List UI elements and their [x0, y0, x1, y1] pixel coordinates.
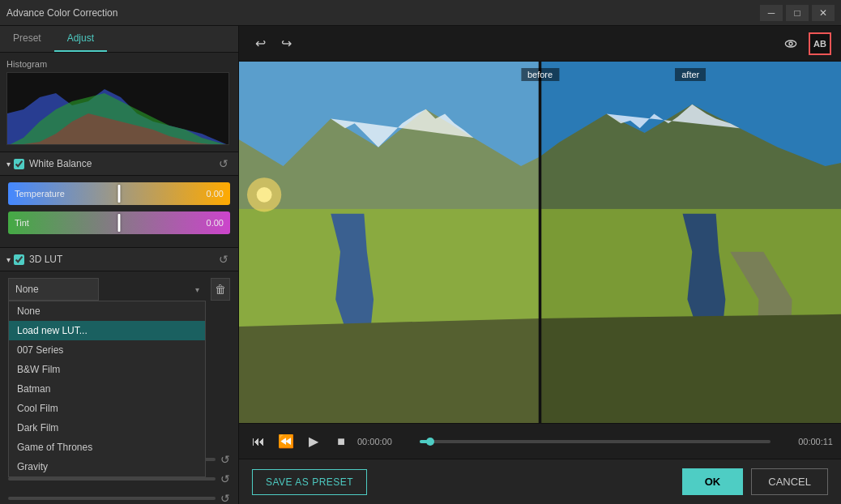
- temperature-thumb[interactable]: [118, 185, 121, 203]
- histogram-label: Histogram: [6, 59, 232, 69]
- menu-item-load[interactable]: Load new LUT...: [9, 321, 205, 340]
- action-bar: SAVE AS PRESET OK CANCEL: [239, 459, 841, 504]
- histogram-chart: [7, 73, 229, 145]
- svg-point-3: [785, 41, 796, 47]
- after-label: after: [675, 68, 706, 81]
- lut-header: ▾ 3D LUT ↺: [0, 247, 238, 271]
- menu-item-007[interactable]: 007 Series: [9, 340, 205, 360]
- white-balance-reset-icon[interactable]: ↺: [216, 157, 232, 170]
- white-balance-header: ▾ White Balance ↺: [0, 152, 238, 176]
- preview-toolbar: ↩ ↪ AB: [239, 26, 841, 62]
- white-balance-chevron[interactable]: ▾: [6, 160, 11, 169]
- tabs: Preset Adjust: [0, 26, 238, 53]
- action-buttons-group: OK CANCEL: [682, 468, 828, 495]
- menu-item-got[interactable]: Game of Thrones: [9, 438, 205, 457]
- slider-container: Temperature 0.00 Tint 0.00: [0, 176, 238, 247]
- skip-back-button[interactable]: ⏮: [247, 430, 270, 453]
- app-title: Advance Color Correction: [6, 7, 760, 19]
- extra-track-3: [8, 497, 216, 500]
- histogram-canvas: [6, 72, 229, 145]
- lut-reset-icon[interactable]: ↺: [216, 253, 232, 266]
- stop-button[interactable]: ■: [330, 430, 352, 453]
- tint-track[interactable]: [8, 211, 230, 234]
- cancel-button[interactable]: CANCEL: [751, 468, 828, 495]
- save-preset-button[interactable]: SAVE AS PRESET: [252, 469, 367, 495]
- right-panel: ↩ ↪ AB: [239, 26, 841, 504]
- lut-dropdown-wrapper: None Load new LUT... 007 Series B&W Film…: [8, 278, 206, 301]
- svg-rect-13: [239, 209, 540, 333]
- eye-button[interactable]: [779, 32, 802, 55]
- extra-track-2: [8, 477, 216, 481]
- temperature-slider-row[interactable]: Temperature 0.00: [8, 182, 230, 205]
- before-label: before: [521, 68, 559, 81]
- titlebar: Advance Color Correction ─ □ ✕: [0, 0, 841, 26]
- menu-item-batman[interactable]: Batman: [9, 379, 205, 399]
- lut-dropdown-row: None Load new LUT... 007 Series B&W Film…: [8, 278, 230, 301]
- menu-item-none[interactable]: None: [9, 301, 205, 321]
- tint-slider-row[interactable]: Tint 0.00: [8, 211, 230, 234]
- temperature-track[interactable]: [8, 182, 230, 205]
- lut-section: None Load new LUT... 007 Series B&W Film…: [0, 271, 238, 307]
- lut-checkbox[interactable]: [14, 254, 24, 265]
- tab-adjust[interactable]: Adjust: [54, 26, 107, 52]
- extra-reset-1[interactable]: ↺: [220, 453, 230, 466]
- tint-thumb[interactable]: [118, 214, 121, 232]
- menu-item-cool[interactable]: Cool Film: [9, 399, 205, 418]
- main-layout: Preset Adjust Histogram ▾ White Balance: [0, 26, 841, 504]
- lut-dropdown[interactable]: None Load new LUT... 007 Series B&W Film…: [8, 278, 99, 301]
- time-start: 00:00:00: [357, 437, 410, 446]
- eye-icon: [784, 37, 797, 50]
- window-controls: ─ □ ✕: [760, 5, 835, 21]
- ok-button[interactable]: OK: [682, 468, 744, 495]
- menu-item-bw[interactable]: B&W Film: [9, 360, 205, 379]
- time-end: 00:00:11: [780, 437, 833, 446]
- menu-item-dark[interactable]: Dark Film: [9, 418, 205, 438]
- white-balance-checkbox[interactable]: [14, 159, 24, 169]
- ab-button[interactable]: AB: [809, 32, 831, 55]
- menu-item-gravity[interactable]: Gravity: [9, 457, 205, 476]
- play-button[interactable]: ▶: [302, 430, 325, 453]
- preview-container: before after: [239, 62, 841, 423]
- minimize-button[interactable]: ─: [760, 5, 783, 21]
- svg-point-4: [789, 42, 792, 45]
- progress-thumb[interactable]: [426, 438, 434, 446]
- extra-slider-3: ↺: [8, 492, 230, 504]
- lut-delete-button[interactable]: 🗑: [211, 278, 230, 301]
- histogram-section: Histogram: [0, 53, 238, 152]
- undo-redo-group: ↩ ↪: [249, 32, 297, 55]
- lut-chevron[interactable]: ▾: [6, 255, 11, 264]
- step-back-button[interactable]: ⏪: [275, 430, 297, 453]
- svg-marker-19: [239, 318, 540, 423]
- lut-title: 3D LUT: [29, 254, 216, 265]
- svg-marker-20: [540, 314, 842, 423]
- lut-dropdown-menu: None Load new LUT... 007 Series B&W Film…: [8, 301, 206, 477]
- white-balance-title: White Balance: [29, 158, 216, 169]
- progress-bar[interactable]: [420, 440, 771, 443]
- svg-point-22: [257, 187, 272, 203]
- tab-preset[interactable]: Preset: [0, 26, 54, 52]
- dropdown-arrow-icon: ▾: [195, 285, 199, 294]
- video-preview: before after: [239, 62, 841, 423]
- extra-reset-3[interactable]: ↺: [220, 492, 230, 504]
- transport-bar: ⏮ ⏪ ▶ ■ 00:00:00 00:00:11: [239, 423, 841, 459]
- maximize-button[interactable]: □: [786, 5, 809, 21]
- undo-button[interactable]: ↩: [249, 32, 271, 55]
- extra-reset-2[interactable]: ↺: [220, 472, 230, 485]
- close-button[interactable]: ✕: [812, 5, 835, 21]
- preview-svg: [239, 62, 841, 423]
- redo-button[interactable]: ↪: [275, 32, 297, 55]
- left-panel: Preset Adjust Histogram ▾ White Balance: [0, 26, 239, 504]
